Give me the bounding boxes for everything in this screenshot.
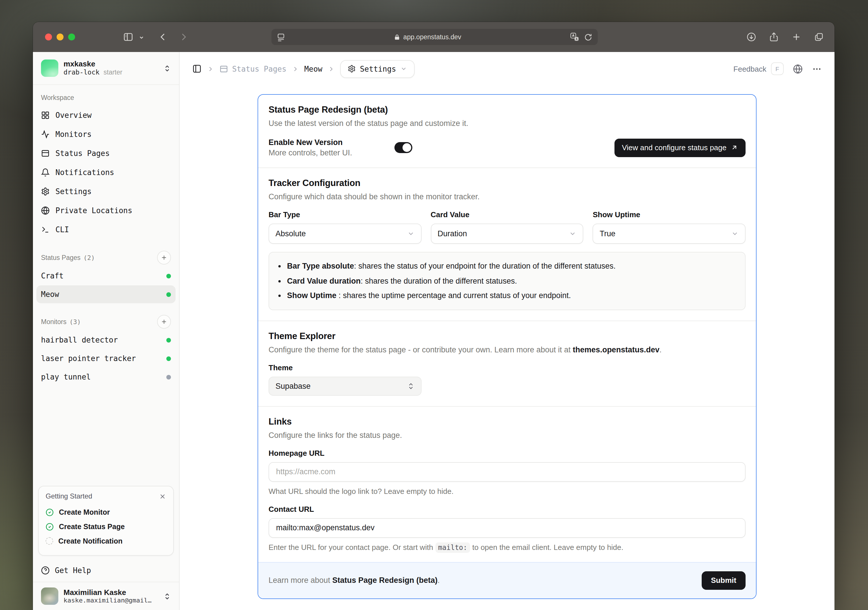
submit-button[interactable]: Submit [702, 571, 746, 590]
breadcrumb-meow[interactable]: Meow [304, 64, 322, 73]
user-name: Maximilian Kaske [64, 588, 158, 597]
panel-left-icon[interactable] [192, 64, 202, 73]
sidebar-chevron-down-icon[interactable] [139, 35, 144, 40]
theme-label: Theme [268, 363, 746, 372]
status-dot-up [166, 292, 171, 296]
translate-icon[interactable] [570, 33, 579, 42]
contact-url-label: Contact URL [268, 505, 746, 514]
browser-sidebar-toggle-icon[interactable] [123, 32, 133, 42]
close-icon[interactable] [159, 492, 166, 500]
sidebar: mxkaske drab-lock starter Workspace Over… [33, 52, 180, 610]
address-bar[interactable]: app.openstatus.dev [271, 29, 598, 45]
workspace-plan: drab-lock starter [64, 69, 158, 76]
enable-new-version-toggle[interactable] [394, 142, 412, 153]
chevron-down-icon [407, 230, 414, 237]
back-button[interactable] [158, 32, 168, 42]
check-circle-icon [46, 523, 54, 531]
status-dot-up [166, 338, 171, 342]
note-bar-type: Bar Type absolute: shares the status of … [287, 259, 737, 273]
sidebar-item-notifications[interactable]: Notifications [41, 163, 171, 182]
section-description: Configure which data should be shown in … [268, 192, 746, 201]
gear-icon [41, 187, 50, 196]
user-avatar [41, 587, 58, 605]
grid-icon [41, 111, 50, 120]
new-tab-icon[interactable] [791, 32, 801, 42]
homepage-url-input[interactable] [268, 462, 746, 482]
note-show-uptime: Show Uptime : shares the uptime percenta… [287, 289, 737, 303]
chevron-right-icon [291, 65, 299, 73]
status-pages-section-label: Status Pages [41, 254, 81, 261]
monitor-item-play-tunnel[interactable]: play tunnel [36, 368, 175, 386]
gear-icon [348, 65, 356, 73]
monitor-item-hairball-detector[interactable]: hairball detector [36, 331, 175, 349]
monitor-item-laser-pointer-tracker[interactable]: laser pointer tracker [36, 349, 175, 367]
section-links: Links Configure the links for the status… [258, 406, 756, 562]
contact-url-input[interactable] [268, 518, 746, 538]
enable-new-version-sublabel: More controls, better UI. [268, 149, 394, 157]
chevron-right-icon [327, 65, 335, 73]
bar-type-select[interactable]: Absolute [268, 224, 421, 244]
theme-select[interactable]: Supabase [268, 377, 422, 396]
getting-started-create-notification[interactable]: Create Notification [46, 534, 166, 548]
share-icon[interactable] [769, 32, 779, 42]
lock-icon [394, 34, 400, 40]
reader-icon[interactable] [277, 33, 285, 41]
add-status-page-button[interactable] [157, 251, 171, 265]
show-uptime-select[interactable]: True [593, 224, 746, 244]
status-page-item-meow[interactable]: Meow [36, 286, 175, 303]
feedback-button[interactable]: Feedback F [733, 62, 784, 75]
workspace-avatar [41, 59, 58, 77]
get-help-button[interactable]: Get Help [33, 562, 179, 582]
panel-top-icon [219, 64, 228, 73]
sidebar-item-overview[interactable]: Overview [41, 106, 171, 125]
mailto-code-chip: mailto: [435, 542, 470, 553]
getting-started-card: Getting Started Create Monitor Create St… [38, 486, 174, 556]
settings-content: Status Page Redesign (beta) Use the late… [180, 85, 834, 610]
workspace-switcher[interactable]: mxkaske drab-lock starter [33, 52, 179, 85]
monitors-section-label: Monitors [41, 318, 67, 325]
card-footer: Learn more about Status Page Redesign (b… [258, 562, 756, 598]
monitors-count: (3) [69, 318, 81, 326]
sidebar-item-settings[interactable]: Settings [41, 182, 171, 201]
tab-overview-icon[interactable] [814, 32, 824, 42]
homepage-url-label: Homepage URL [268, 449, 746, 458]
breadcrumb-status-pages[interactable]: Status Pages [219, 64, 287, 73]
downloads-icon[interactable] [746, 32, 756, 42]
globe-icon[interactable] [793, 64, 803, 74]
tracker-notes: Bar Type absolute: shares the status of … [268, 252, 746, 310]
sidebar-item-monitors[interactable]: Monitors [41, 125, 171, 144]
status-dot-up [166, 356, 171, 361]
card-value-select[interactable]: Duration [431, 224, 583, 244]
url-display: app.openstatus.dev [285, 34, 570, 40]
check-circle-icon [46, 508, 54, 516]
chevron-down-icon [400, 65, 407, 72]
getting-started-create-monitor[interactable]: Create Monitor [46, 505, 166, 519]
view-configure-status-page-button[interactable]: View and configure status page [614, 138, 746, 157]
reload-icon[interactable] [584, 33, 592, 41]
add-monitor-button[interactable] [157, 315, 171, 329]
close-window-button[interactable] [45, 34, 52, 40]
forward-button[interactable] [178, 32, 189, 42]
more-options-icon[interactable] [812, 64, 822, 74]
section-description: Configure the theme for the status page … [268, 345, 746, 354]
minimize-window-button[interactable] [57, 34, 64, 40]
footer-note: Learn more about Status Page Redesign (b… [268, 576, 440, 585]
sidebar-item-status-pages[interactable]: Status Pages [41, 144, 171, 163]
chevron-down-icon [731, 230, 739, 237]
globe-icon [41, 206, 50, 215]
chevron-right-icon [207, 65, 214, 73]
status-dot-up [166, 273, 171, 278]
user-menu[interactable]: Maximilian Kaske kaske.maximilian@gmail… [33, 582, 179, 610]
card-value-label: Card Value [431, 210, 583, 219]
section-description: Configure the links for the status page. [268, 431, 746, 439]
terminal-icon [41, 225, 50, 234]
section-tracker-configuration: Tracker Configuration Configure which da… [258, 168, 756, 321]
status-page-item-craft[interactable]: Craft [36, 267, 175, 285]
arrow-up-right-icon [730, 144, 738, 151]
getting-started-create-status-page[interactable]: Create Status Page [46, 519, 166, 534]
sidebar-item-cli[interactable]: CLI [41, 220, 171, 239]
sidebar-item-private-locations[interactable]: Private Locations [41, 201, 171, 220]
breadcrumb-settings-dropdown[interactable]: Settings [340, 60, 414, 78]
zoom-window-button[interactable] [68, 34, 75, 40]
note-card-value: Card Value duration: shares the duration… [287, 273, 737, 288]
